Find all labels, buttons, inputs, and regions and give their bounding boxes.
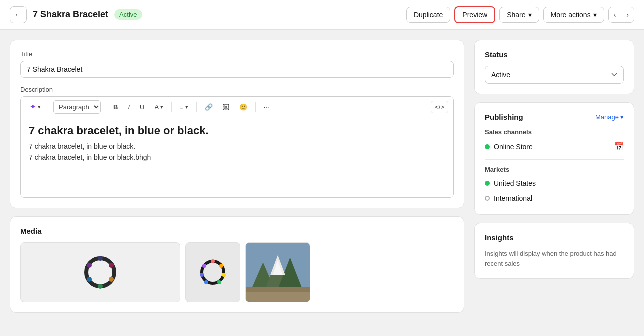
svg-point-6 — [87, 263, 92, 268]
font-color-chevron-icon: ▾ — [160, 104, 163, 110]
editor-content[interactable]: 7 chakra bracelet, in blue or black. 7 c… — [21, 117, 453, 197]
manage-label: Manage — [595, 113, 619, 121]
nav-prev-button[interactable]: ‹ — [609, 7, 622, 22]
svg-point-1 — [98, 256, 103, 261]
online-store-name: Online Store — [494, 143, 533, 151]
publishing-divider — [485, 159, 624, 160]
nav-next-icon: › — [626, 11, 629, 19]
us-name: United States — [494, 179, 536, 187]
media-card: Media — [10, 216, 464, 313]
underline-button[interactable]: U — [136, 101, 148, 113]
share-label: Share — [507, 11, 525, 19]
toolbar-sparkle-button[interactable]: ✦ ▾ — [26, 100, 45, 114]
share-button[interactable]: Share ▾ — [499, 7, 539, 23]
nav-group: ‹ › — [608, 7, 634, 23]
main-layout: Title Description ✦ ▾ Paragraph — [0, 30, 644, 323]
emoji-button[interactable]: 🙂 — [235, 101, 251, 113]
us-dot — [485, 181, 490, 186]
insights-description: Insights will display when the product h… — [485, 249, 624, 268]
code-button[interactable]: </> — [431, 101, 448, 113]
link-button[interactable]: 🔗 — [201, 101, 217, 113]
calendar-icon[interactable]: 📅 — [614, 142, 624, 151]
title-input[interactable] — [20, 61, 454, 78]
topbar: ← 7 Shakra Bracelet Active Duplicate Pre… — [0, 0, 644, 30]
media-item-bracelet-colored[interactable] — [185, 242, 240, 302]
editor-heading: 7 chakra bracelet, in blue or black. — [29, 124, 445, 137]
preview-button[interactable]: Preview — [454, 6, 495, 23]
media-grid — [20, 242, 454, 302]
online-store-left: Online Store — [485, 143, 533, 151]
sales-channels-label: Sales channels — [485, 128, 624, 136]
nav-prev-icon: ‹ — [614, 11, 616, 19]
online-store-dot — [485, 144, 490, 149]
editor-toolbar: ✦ ▾ Paragraph B I U — [21, 97, 453, 117]
manage-chevron-icon: ▾ — [620, 113, 624, 121]
media-title: Media — [20, 227, 454, 235]
svg-point-2 — [109, 263, 114, 268]
manage-link[interactable]: Manage ▾ — [595, 113, 624, 121]
status-badge: Active — [114, 9, 142, 20]
toolbar-sep-2 — [105, 102, 105, 112]
title-label: Title — [20, 50, 454, 58]
toolbar-sep-4 — [196, 102, 197, 112]
status-card-title: Status — [485, 50, 624, 59]
svg-point-8 — [211, 259, 215, 263]
paragraph-select[interactable]: Paragraph — [53, 100, 101, 114]
align-button[interactable]: ≡ ▾ — [176, 101, 192, 113]
emoji-icon: 🙂 — [239, 103, 247, 111]
link-icon: 🔗 — [205, 103, 213, 111]
svg-point-0 — [86, 258, 114, 286]
left-column: Title Description ✦ ▾ Paragraph — [10, 40, 464, 313]
toolbar-sep-3 — [171, 102, 172, 112]
italic-button[interactable]: I — [124, 101, 134, 113]
duplicate-label: Duplicate — [414, 11, 443, 19]
svg-point-4 — [98, 284, 103, 289]
editor-para-2: 7 chakra bracelet, in blue or black.bhgh — [29, 153, 445, 161]
toolbar-sep-5 — [255, 102, 256, 112]
online-store-channel: Online Store 📅 — [485, 140, 624, 153]
nav-next-button[interactable]: › — [621, 7, 634, 22]
status-select[interactable]: Active Draft Archived — [485, 66, 624, 84]
bold-button[interactable]: B — [109, 101, 122, 113]
topbar-actions: Duplicate Preview Share ▾ More actions ▾… — [406, 6, 634, 23]
description-label: Description — [20, 86, 454, 93]
underline-icon: U — [140, 103, 144, 111]
bracelet-colored-image — [195, 255, 230, 290]
svg-rect-22 — [246, 292, 310, 302]
insights-card: Insights Insights will display when the … — [474, 223, 634, 279]
svg-point-9 — [219, 264, 223, 268]
image-icon: 🖼 — [223, 103, 229, 111]
product-name-heading: 7 Shakra Bracelet — [33, 9, 108, 20]
status-card: Status Active Draft Archived — [474, 40, 634, 94]
international-left: International — [485, 194, 532, 202]
image-button[interactable]: 🖼 — [219, 101, 233, 113]
publishing-title: Publishing — [485, 113, 523, 121]
markets-label: Markets — [485, 166, 624, 173]
international-name: International — [494, 194, 532, 202]
international-dot — [485, 196, 490, 201]
back-icon: ← — [14, 10, 22, 19]
sparkle-chevron-icon: ▾ — [38, 104, 41, 110]
right-column: Status Active Draft Archived Publishing … — [474, 40, 634, 313]
back-button[interactable]: ← — [10, 6, 27, 23]
font-color-button[interactable]: A ▾ — [150, 101, 167, 113]
code-icon: </> — [435, 103, 444, 111]
font-color-icon: A — [154, 103, 159, 111]
more-actions-chevron-icon: ▾ — [593, 11, 597, 19]
more-toolbar-icon: ··· — [264, 103, 269, 111]
more-actions-button[interactable]: More actions ▾ — [543, 7, 604, 23]
duplicate-button[interactable]: Duplicate — [406, 7, 450, 23]
svg-point-14 — [202, 264, 206, 268]
publishing-card: Publishing Manage ▾ Sales channels Onlin… — [474, 102, 634, 215]
svg-point-12 — [204, 280, 208, 284]
bold-icon: B — [113, 103, 118, 111]
more-toolbar-button[interactable]: ··· — [260, 101, 273, 113]
media-item-bracelet-dark[interactable] — [20, 242, 180, 302]
align-icon: ≡ — [180, 103, 184, 111]
media-item-mountain[interactable] — [245, 242, 310, 302]
share-chevron-icon: ▾ — [528, 11, 532, 19]
svg-point-10 — [222, 273, 226, 277]
publishing-header: Publishing Manage ▾ — [485, 113, 624, 121]
more-actions-label: More actions — [551, 11, 591, 19]
sparkle-icon: ✦ — [30, 102, 36, 111]
